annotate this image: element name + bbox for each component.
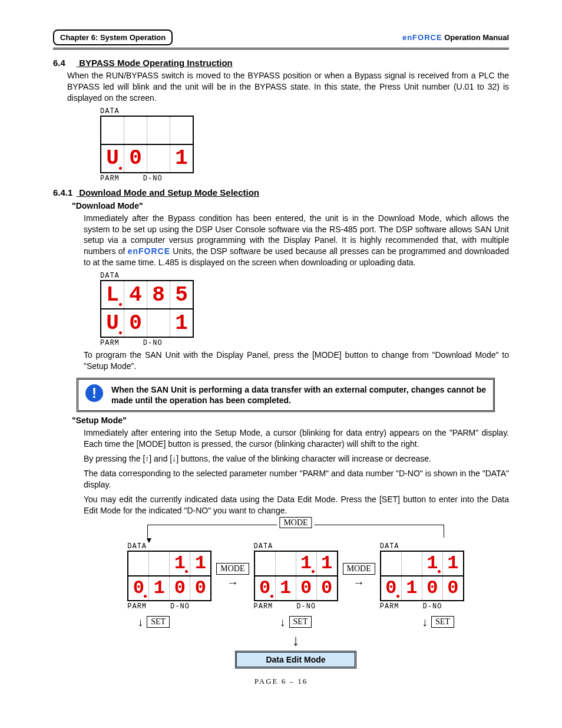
- setup-para-1: Immediately after entering into the Setu…: [84, 427, 509, 450]
- mode-button-label: MODE: [216, 563, 249, 575]
- warning-icon: !: [85, 384, 103, 402]
- chapter-box: Chapter 6: System Operation: [53, 29, 173, 45]
- seg-cell: [147, 309, 170, 337]
- data-label: DATA: [100, 272, 509, 280]
- manual-title: enFORCE Operation Manual: [402, 33, 509, 42]
- header-rule: [53, 48, 509, 50]
- flow-panel-c: DATA 1 1 0 1 0 0 PARM D-NO: [380, 542, 464, 611]
- set-label-c: ↓ SET: [422, 615, 454, 629]
- display-panel-1: DATA U 0 1 PARM D-NO: [100, 107, 509, 183]
- seg-cell: 0: [124, 145, 147, 172]
- section-number: 6.4: [53, 58, 77, 68]
- subsection-number: 6.4.1: [53, 187, 77, 197]
- subsection-title: Download Mode and Setup Mode Selection: [79, 187, 259, 197]
- seg-cell: U: [101, 145, 124, 172]
- seg-cell: [170, 117, 193, 144]
- warning-note: ! When the SAN Unit is performing a data…: [77, 378, 495, 412]
- seg-cell: 5: [170, 281, 193, 308]
- seg-cell: 0: [124, 309, 147, 337]
- mode-button-label: MODE: [279, 517, 312, 528]
- section-title: BYPASS Mode Operating Instruction: [79, 58, 233, 68]
- page-header: Chapter 6: System Operation enFORCE Oper…: [53, 29, 509, 45]
- page-footer: PAGE 6 – 16: [53, 677, 509, 686]
- arrow-right-icon: →: [227, 576, 239, 589]
- display-panel-2: DATA L 4 8 5 U 0 1 PARM D-NO: [100, 272, 509, 347]
- dno-label: D-NO: [143, 174, 163, 183]
- mode-flow-diagram: ▼ MODE DATA 1 1 0 1 0 0 PA: [82, 525, 509, 668]
- seg-cell: U: [101, 309, 124, 337]
- arrow-down-icon: ▼: [145, 535, 153, 545]
- download-mode-heading: "Download Mode": [72, 201, 509, 210]
- manual-label: Operation Manual: [444, 33, 509, 42]
- flow-panel-b: DATA 1 1 0 1 0 0 PARM D-NO: [254, 542, 338, 611]
- seg-cell: 1: [170, 145, 193, 172]
- arrow-down-icon: ↓: [137, 615, 143, 629]
- brand-name: enFORCE: [402, 33, 442, 42]
- seg-cell: 8: [147, 281, 170, 308]
- mode-button-label: MODE: [343, 563, 375, 575]
- seg-cell: [147, 117, 170, 144]
- section-heading: 6.4 BYPASS Mode Operating Instruction: [53, 58, 509, 68]
- parm-label: PARM: [100, 174, 120, 183]
- seg-cell: [147, 145, 170, 172]
- brand-inline: enFORCE: [128, 246, 170, 256]
- setup-mode-heading: "Setup Mode": [72, 416, 509, 425]
- setup-para-4: You may edit the currently indicated dat…: [84, 494, 509, 516]
- download-mode-para: Immediately after the Bypass condition h…: [84, 213, 509, 268]
- warning-text: When the SAN Unit is performing a data t…: [111, 384, 486, 406]
- seg-cell: L: [101, 281, 124, 308]
- para-3: To program the SAN Unit with the Display…: [84, 350, 509, 372]
- arrow-down-icon: ↓: [280, 615, 286, 629]
- dno-label: D-NO: [143, 339, 163, 347]
- setup-para-3: The data corresponding to the selected p…: [84, 468, 509, 490]
- subsection-heading: 6.4.1 Download Mode and Setup Mode Selec…: [53, 187, 509, 197]
- seg-cell: [124, 117, 147, 144]
- seg-cell: 4: [124, 281, 147, 308]
- seg-cell: [101, 117, 124, 144]
- section-para-1: When the RUN/BYPASS switch is moved to t…: [67, 70, 509, 104]
- arrow-down-icon: ↓: [422, 615, 428, 629]
- setup-para-2: By pressing the [↑] and [↓] buttons, the…: [84, 453, 509, 465]
- flow-panel-a: DATA 1 1 0 1 0 0 PARM D-NO: [127, 542, 211, 611]
- parm-label: PARM: [100, 339, 120, 347]
- set-label-a: ↓ SET: [137, 615, 170, 629]
- arrow-down-icon: ↓: [82, 631, 509, 650]
- data-edit-mode-box: Data Edit Mode: [235, 651, 356, 668]
- set-label-b: ↓ SET: [280, 615, 312, 629]
- data-label: DATA: [100, 107, 509, 116]
- seg-cell: 1: [170, 309, 193, 337]
- arrow-right-icon: →: [353, 576, 365, 589]
